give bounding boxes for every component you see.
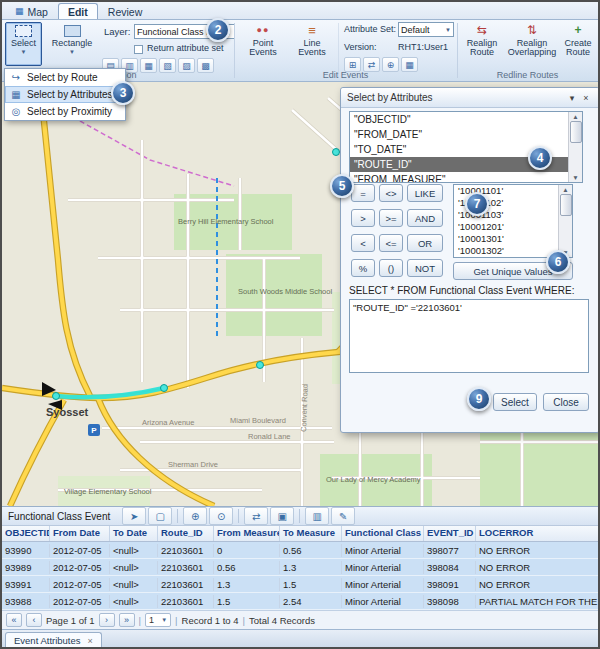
zoom-to-selection-icon[interactable]: ⊕ (183, 507, 207, 525)
scroll-up-icon[interactable]: ▲ (572, 113, 578, 120)
pagination-separator: | (243, 615, 245, 626)
callout-9: 9 (467, 387, 491, 411)
select-tool-button[interactable]: Select ▼ (5, 22, 42, 66)
operator-parentheses-button[interactable]: () (379, 259, 403, 277)
pan-to-selection-icon[interactable]: ⊙ (209, 507, 233, 525)
clear-selection-icon[interactable]: ▢ (148, 507, 172, 525)
menu-item-select-by-proximity[interactable]: ◎ Select by Proximity (5, 103, 125, 120)
fields-scrollbar[interactable]: ▲ ▼ (568, 112, 582, 182)
version-label: Version: (344, 42, 377, 52)
tab-edit[interactable]: Edit (58, 3, 98, 19)
previous-page-button[interactable]: ‹ (26, 613, 42, 627)
operator-like-button[interactable]: LIKE (407, 184, 443, 202)
where-clause-input[interactable]: "ROUTE_ID" ='22103601' (349, 299, 589, 373)
dialog-select-button[interactable]: Select (493, 393, 537, 411)
dialog-title-bar[interactable]: Select by Attributes ▾ × (341, 88, 599, 108)
operator-less-equal-button[interactable]: <= (379, 234, 403, 252)
operator-less-button[interactable]: < (351, 234, 375, 252)
rectangle-tool-button[interactable]: Rectangle ▼ (46, 22, 98, 66)
column-header[interactable]: OBJECTID (2, 526, 50, 541)
column-header[interactable]: Route_ID (158, 526, 214, 541)
menu-item-select-by-route[interactable]: ↪ Select by Route (5, 69, 125, 86)
select-by-route-icon: ↪ (10, 72, 22, 83)
edit-attributes-icon[interactable]: ✎ (331, 507, 355, 525)
table-row[interactable]: 93991 2012-07-05 <null> 22103601 1.3 1.5… (2, 576, 598, 593)
operator-greater-button[interactable]: > (351, 209, 375, 227)
line-events-label: Line Events (291, 39, 333, 58)
map-label-street: Arizona Avenue (142, 418, 194, 427)
operator-or-button[interactable]: OR (407, 234, 443, 252)
field-item[interactable]: "OBJECTID" (350, 112, 582, 127)
line-events-button[interactable]: ≡ Line Events (290, 22, 334, 66)
menu-item-select-by-attributes[interactable]: ▦ Select by Attributes (5, 86, 125, 103)
menu-item-label: Select by Proximity (27, 106, 112, 117)
operator-not-equals-button[interactable]: <> (379, 184, 403, 202)
table-row[interactable]: 93990 2012-07-05 <null> 22103601 0 0.56 … (2, 542, 598, 559)
column-header[interactable]: EVENT_ID (424, 526, 476, 541)
map-label-street: Miami Boulevard (230, 416, 286, 425)
scroll-down-icon[interactable]: ▼ (572, 174, 578, 181)
tab-review[interactable]: Review (98, 3, 152, 19)
field-item[interactable]: "FROM_MEASURE" (350, 172, 582, 183)
parking-icon: P (88, 424, 100, 436)
table-row[interactable]: 93989 2012-07-05 <null> 22103601 0.56 1.… (2, 559, 598, 576)
map-label-school: South Woods Middle School (238, 287, 332, 296)
highlight-selection-icon[interactable]: ▣ (270, 507, 294, 525)
cell-to-date: <null> (110, 544, 158, 557)
tab-event-attributes-label: Event Attributes (14, 635, 81, 646)
first-page-button[interactable]: « (6, 613, 22, 627)
value-item[interactable]: '10001301' (454, 233, 572, 245)
field-item[interactable]: "FROM_DATE" (350, 127, 582, 142)
cell-locerror: NO ERROR (476, 544, 598, 557)
create-route-button[interactable]: + Create Route (560, 22, 596, 66)
cell-locerror: PARTIAL MATCH FOR THE TO-... (476, 595, 598, 608)
cell-functional-class: Minor Arterial (342, 578, 424, 591)
operator-greater-equal-button[interactable]: >= (379, 209, 403, 227)
scrollbar-thumb[interactable] (560, 194, 572, 216)
next-page-button[interactable]: › (99, 613, 115, 627)
menu-item-label: Select by Attributes (27, 89, 113, 100)
layer-label: Layer: (104, 26, 130, 37)
attribute-set-label: Attribute Set: (344, 24, 396, 34)
edit-events-group-label: Edit Events (234, 70, 457, 80)
callout-6: 6 (546, 250, 570, 274)
column-header[interactable]: Functional Class (342, 526, 424, 541)
column-header[interactable]: To Measure (280, 526, 342, 541)
column-header[interactable]: To Date (110, 526, 158, 541)
column-header[interactable]: From Date (50, 526, 110, 541)
value-item[interactable]: '10001201' (454, 221, 572, 233)
dialog-menu-icon[interactable]: ▾ (565, 93, 579, 103)
point-events-label: Point Events (241, 39, 285, 58)
return-attribute-set-checkbox[interactable] (134, 45, 143, 54)
operator-equals-button[interactable]: = (351, 184, 375, 202)
column-options-icon[interactable]: ▥ (305, 507, 329, 525)
tab-close-icon[interactable]: × (88, 636, 93, 646)
operator-and-button[interactable]: AND (407, 209, 443, 227)
tab-event-attributes[interactable]: Event Attributes × (5, 632, 102, 649)
operator-percent-button[interactable]: % (351, 259, 375, 277)
column-header[interactable]: LOCERROR (476, 526, 598, 541)
values-scrollbar[interactable]: ▲ ▼ (558, 185, 572, 257)
fields-listbox[interactable]: "OBJECTID" "FROM_DATE" "TO_DATE" "ROUTE_… (349, 111, 583, 183)
select-records-icon[interactable]: ➤ (122, 507, 146, 525)
attribute-set-select[interactable]: Default ▼ (398, 22, 454, 37)
cell-to-date: <null> (110, 561, 158, 574)
scrollbar-thumb[interactable] (570, 121, 582, 143)
realign-route-button[interactable]: ⇆ Realign Route (460, 22, 504, 66)
dialog-close-button[interactable]: Close (543, 393, 589, 411)
dialog-close-icon[interactable]: × (579, 93, 593, 103)
switch-selection-icon[interactable]: ⇄ (244, 507, 268, 525)
page-size-select[interactable]: 1 ▼ (145, 613, 171, 627)
cell-functional-class: Minor Arterial (342, 544, 424, 557)
tab-map[interactable]: ▦ Map (5, 3, 58, 19)
table-row[interactable]: 93988 2012-07-05 <null> 22103601 1.5 2.5… (2, 593, 598, 610)
scroll-up-icon[interactable]: ▲ (562, 186, 568, 193)
attribute-table-title: Functional Class Event (8, 511, 110, 522)
operator-not-button[interactable]: NOT (407, 259, 443, 277)
callout-2: 2 (206, 18, 230, 42)
realign-overlapping-button[interactable]: ⇅ Realign Overlapping (506, 22, 558, 66)
select-dropdown-menu: ↪ Select by Route ▦ Select by Attributes… (4, 68, 126, 121)
point-events-button[interactable]: ●● Point Events (240, 22, 286, 66)
column-header[interactable]: From Measure (214, 526, 280, 541)
last-page-button[interactable]: » (119, 613, 135, 627)
